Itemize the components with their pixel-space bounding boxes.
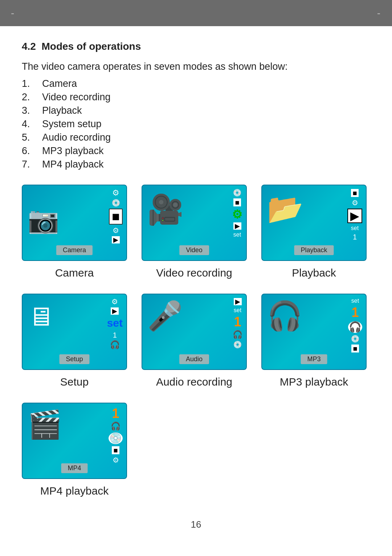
card-icon-cd2: 💿 <box>233 189 242 196</box>
card-icon-set4: set <box>351 298 359 304</box>
video-device-icon: 🎥 <box>147 193 184 227</box>
section-number: 4.2 <box>22 41 36 52</box>
audio-card-icons: ▶ set 1 🎧 💿 <box>233 298 242 348</box>
intro-text: The video camera operates in seven modes… <box>22 61 370 72</box>
card-icon-video-main: ⚙ <box>232 209 242 220</box>
mode-card-audio: 🎤 ▶ set 1 🎧 💿 Audio <box>142 294 247 370</box>
audio-label: Audio <box>179 354 209 364</box>
card-icon-one2: 1 <box>113 331 117 339</box>
card-icon-play3: ▶ <box>111 307 119 315</box>
dash-right: - <box>377 7 381 19</box>
card-icon-set: set <box>233 232 241 238</box>
card-icon-lock: ■ <box>233 198 241 206</box>
list-item: 6.MP3 playback <box>22 145 370 157</box>
card-icon-cd5: 💿 <box>109 432 123 444</box>
card-icon-one: 1 <box>353 233 357 241</box>
list-item: 2.Video recording <box>22 92 370 103</box>
mode-block-video: 🎥 💿 ■ ⚙ ▶ set Video Video recording <box>142 185 247 279</box>
card-icon-play4: ▶ <box>234 298 242 305</box>
mode-card-setup: 🖥 ⚙ ▶ set 1 🎧 Setup <box>22 294 127 370</box>
mode-card-playback: 📂 ■ ⚙ ▶ set 1 Playback <box>261 185 367 261</box>
mp4-card-icons: 1 🎧 💿 ■ ⚙ <box>109 407 123 464</box>
card-icon-cd: 💿 <box>111 199 121 206</box>
video-caption: Video recording <box>156 267 232 279</box>
modes-grid-row3: 🎬 1 🎧 💿 ■ ⚙ MP4 MP4 playback <box>22 403 370 497</box>
mode-card-mp4: 🎬 1 🎧 💿 ■ ⚙ MP4 <box>22 403 127 479</box>
playback-label: Playback <box>294 245 334 255</box>
section-title-text: Modes of operations <box>42 41 141 52</box>
card-icon-gear3: ⚙ <box>111 298 118 305</box>
audio-caption: Audio recording <box>156 376 232 388</box>
card-icon-cd4: 💿 <box>351 335 360 342</box>
camera-card-icons: ⚙ 💿 ■ ⚙ ▶ <box>109 189 123 243</box>
list-item: 4.System setup <box>22 118 370 130</box>
card-icon-headphone: 🎧 <box>110 341 120 349</box>
setup-device-icon: 🖥 <box>28 302 54 331</box>
card-icon-one3: 1 <box>234 315 241 329</box>
card-icon-set3: set <box>234 307 241 313</box>
card-icon-gear2: ⚙ <box>352 199 358 206</box>
mp3-label: MP3 <box>301 354 327 364</box>
card-icon-lock4: ■ <box>112 446 119 454</box>
list-item: 3.Playback <box>22 105 370 116</box>
card-icon-one5: 1 <box>112 407 119 420</box>
mode-block-camera: 📷 ⚙ 💿 ■ ⚙ ▶ Camera Camera <box>22 185 127 279</box>
list-item: 1.Camera <box>22 78 370 89</box>
card-icon-lock3: ■ <box>351 345 359 352</box>
card-icon-lock2: ■ <box>351 189 358 197</box>
card-icon-play-main: ▶ <box>347 209 362 223</box>
setup-card-icons: ⚙ ▶ set 1 🎧 <box>107 298 123 349</box>
video-card-icons: 💿 ■ ⚙ ▶ set <box>232 189 242 238</box>
camera-label: Camera <box>56 245 93 255</box>
card-icon-headphone4: 🎧 <box>111 422 121 430</box>
card-icon-gear4: ⚙ <box>113 456 119 464</box>
mp4-device-icon: 🎬 <box>28 408 62 441</box>
section-title: 4.2 Modes of operations <box>22 41 370 52</box>
mode-card-video: 🎥 💿 ■ ⚙ ▶ set Video <box>142 185 247 261</box>
list-item: 5.Audio recording <box>22 132 370 143</box>
card-icon-settings: ⚙ <box>113 227 119 234</box>
modes-list: 1.Camera 2.Video recording 3.Playback 4.… <box>22 78 370 170</box>
dash-left: - <box>11 7 15 19</box>
modes-grid-row1: 📷 ⚙ 💿 ■ ⚙ ▶ Camera Camera 🎥 💿 ■ ⚙ <box>22 185 370 279</box>
video-label: Video <box>179 245 209 255</box>
modes-grid-row2: 🖥 ⚙ ▶ set 1 🎧 Setup Setup 🎤 ▶ set 1 <box>22 294 370 388</box>
card-icon-set2: set <box>351 225 359 231</box>
playback-caption: Playback <box>292 267 336 279</box>
card-icon-set-main: set <box>107 317 123 329</box>
audio-device-icon: 🎤 <box>147 299 183 333</box>
mode-block-audio: 🎤 ▶ set 1 🎧 💿 Audio Audio recording <box>142 294 247 388</box>
mp3-caption: MP3 playback <box>280 376 348 388</box>
mode-block-mp3: 🎧 set 1 🎧 💿 ■ MP3 MP3 playback <box>261 294 367 388</box>
mp4-caption: MP4 playback <box>40 485 109 497</box>
mode-card-camera: 📷 ⚙ 💿 ■ ⚙ ▶ Camera <box>22 185 127 261</box>
card-icon-play: ▶ <box>112 236 120 243</box>
card-icon-headphone2: 🎧 <box>233 331 242 339</box>
mode-card-mp3: 🎧 set 1 🎧 💿 ■ MP3 <box>261 294 367 370</box>
page-content: 4.2 Modes of operations The video camera… <box>0 26 392 556</box>
list-item: 7.MP4 playback <box>22 159 370 170</box>
card-icon-play2: ▶ <box>233 222 241 230</box>
playback-card-icons: ■ ⚙ ▶ set 1 <box>347 189 362 241</box>
mp4-label: MP4 <box>61 463 87 473</box>
card-icon-wifi: ⚙ <box>112 189 119 197</box>
card-icon-cd3: 💿 <box>233 341 242 348</box>
card-icon-one4: 1 <box>351 306 359 319</box>
mp3-device-icon: 🎧 <box>267 299 302 333</box>
page-number: 16 <box>22 519 370 530</box>
mode-block-setup: 🖥 ⚙ ▶ set 1 🎧 Setup Setup <box>22 294 127 388</box>
header-dashes: - - <box>11 7 381 19</box>
header-bar: - - <box>0 0 392 26</box>
card-icon-photo: ■ <box>109 209 123 225</box>
card-icon-headphone3: 🎧 <box>348 321 362 333</box>
mp3-card-icons: set 1 🎧 💿 ■ <box>348 298 362 352</box>
mode-block-playback: 📂 ■ ⚙ ▶ set 1 Playback Playback <box>261 185 367 279</box>
setup-label: Setup <box>59 354 89 364</box>
camera-caption: Camera <box>55 267 94 279</box>
mode-block-mp4: 🎬 1 🎧 💿 ■ ⚙ MP4 MP4 playback <box>22 403 127 497</box>
setup-caption: Setup <box>60 376 89 388</box>
camera-device-icon: 📷 <box>28 205 59 235</box>
playback-device-icon: 📂 <box>267 192 303 226</box>
